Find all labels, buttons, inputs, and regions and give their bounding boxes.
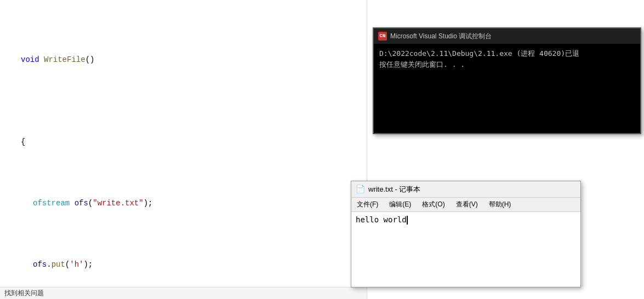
code-editor: ⊟ void WriteFile() { ofstream ofs("write… xyxy=(0,0,367,299)
console-line2: 按任意键关闭此窗口. . . xyxy=(379,59,635,70)
debug-console-window: CN Microsoft Visual Studio 调试控制台 D:\2022… xyxy=(373,27,641,134)
console-titlebar: CN Microsoft Visual Studio 调试控制台 xyxy=(374,28,640,44)
status-text: 找到相关问题 xyxy=(4,289,44,298)
code-line: ⊟ void WriteFile() xyxy=(0,54,367,87)
line-content: ofstream ofs("write.txt"); xyxy=(15,197,362,209)
line-content: void WriteFile() xyxy=(15,54,362,66)
console-body: D:\2022code\2.11\Debug\2.11.exe (进程 4062… xyxy=(374,44,640,74)
line-gutter: ⊟ xyxy=(0,55,15,87)
menu-help[interactable]: 帮助(H) xyxy=(483,199,517,210)
code-line: ofs.put('h'); xyxy=(0,258,367,271)
console-title: Microsoft Visual Studio 调试控制台 xyxy=(390,32,492,41)
vs-icon: CN xyxy=(378,32,387,41)
menu-file[interactable]: 文件(F) xyxy=(351,199,384,210)
text-cursor xyxy=(407,216,408,225)
console-line1: D:\2022code\2.11\Debug\2.11.exe (进程 4062… xyxy=(379,48,635,59)
notepad-text: hello world xyxy=(356,215,407,224)
menu-format[interactable]: 格式(O) xyxy=(417,199,450,210)
menu-view[interactable]: 查看(V) xyxy=(451,199,483,210)
code-line: ofstream ofs("write.txt"); xyxy=(0,197,367,209)
line-content: { xyxy=(15,136,362,148)
menu-edit[interactable]: 编辑(E) xyxy=(384,199,417,210)
status-bar: 找到相关问题 xyxy=(0,287,367,299)
notepad-icon: 📄 xyxy=(356,185,365,194)
notepad-window: 📄 write.txt - 记事本 文件(F) 编辑(E) 格式(O) 查看(V… xyxy=(351,181,581,288)
notepad-titlebar: 📄 write.txt - 记事本 xyxy=(351,181,580,198)
line-content: ofs.put('h'); xyxy=(15,258,362,271)
code-area: ⊟ void WriteFile() { ofstream ofs("write… xyxy=(0,0,367,299)
notepad-menubar: 文件(F) 编辑(E) 格式(O) 查看(V) 帮助(H) xyxy=(351,198,580,212)
notepad-title: write.txt - 记事本 xyxy=(368,185,420,194)
notepad-content[interactable]: hello world xyxy=(351,212,580,286)
code-line: { xyxy=(0,136,367,148)
